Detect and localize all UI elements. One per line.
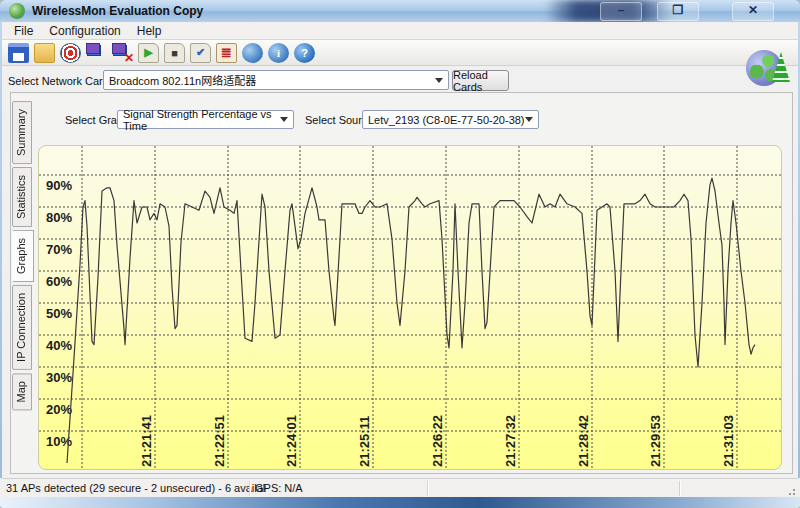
info-bubble-icon[interactable] — [268, 43, 289, 63]
window-title: WirelessMon Evaluation Copy — [32, 4, 203, 18]
close-button[interactable]: ✕ — [732, 2, 774, 21]
svg-text:21:24:01: 21:24:01 — [284, 415, 299, 467]
svg-text:80%: 80% — [46, 210, 72, 225]
network-card-select[interactable]: Broadcom 802.11n网络适配器 — [103, 70, 449, 90]
status-bar: 31 APs detected (29 secure - 2 unsecured… — [2, 478, 798, 498]
svg-text:21:28:42: 21:28:42 — [576, 415, 591, 467]
svg-text:21:22:51: 21:22:51 — [212, 415, 227, 467]
aps-status-text: 31 APs detected (29 secure - 2 unsecured… — [6, 482, 265, 494]
app-window: WirelessMon Evaluation Copy – ❐ ✕ FileCo… — [0, 0, 800, 508]
tab-ip-connection[interactable]: IP Connection — [12, 285, 32, 370]
wirelessmon-logo-icon — [746, 50, 782, 86]
svg-text:21:29:53: 21:29:53 — [648, 415, 663, 467]
maximize-button[interactable]: ❐ — [657, 2, 699, 21]
menu-item-configuration[interactable]: Configuration — [41, 23, 128, 39]
report-icon[interactable] — [216, 43, 237, 63]
title-bar[interactable]: WirelessMon Evaluation Copy – ❐ ✕ — [0, 0, 800, 22]
status-separator — [249, 481, 250, 496]
svg-text:21:21:41: 21:21:41 — [139, 415, 154, 467]
svg-text:21:25:11: 21:25:11 — [357, 416, 372, 467]
source-select[interactable]: Letv_2193 (C8-0E-77-50-20-38) — [362, 110, 539, 129]
reload-cards-button[interactable]: Reload Cards — [452, 70, 509, 91]
log-start-icon[interactable] — [138, 43, 159, 63]
tab-summary[interactable]: Summary — [12, 101, 32, 164]
tab-statistics[interactable]: Statistics — [12, 167, 32, 227]
svg-text:40%: 40% — [46, 338, 72, 353]
chevron-down-icon — [276, 112, 292, 127]
tab-map[interactable]: Map — [12, 373, 32, 410]
open-icon[interactable] — [34, 43, 55, 63]
gps-status-text: GPS: N/A — [255, 482, 303, 494]
graph-type-value: Signal Strength Percentage vs Time — [123, 108, 293, 132]
network-card-value: Broadcom 802.11n网络适配器 — [109, 72, 256, 88]
source-value: Letv_2193 (C8-0E-77-50-20-38) — [368, 114, 525, 126]
network-disconnect-icon[interactable]: ✕ — [112, 43, 133, 63]
network-connect-icon[interactable] — [86, 43, 107, 63]
app-icon — [9, 3, 25, 19]
svg-text:21:31:03: 21:31:03 — [721, 415, 736, 467]
tab-graphs[interactable]: Graphs — [12, 230, 34, 282]
chevron-down-icon — [431, 72, 447, 88]
web-icon[interactable] — [242, 43, 263, 63]
log-verify-icon[interactable] — [190, 43, 211, 63]
svg-text:70%: 70% — [46, 242, 72, 257]
svg-text:20%: 20% — [46, 402, 72, 417]
sidebar-tabs: SummaryStatisticsGraphsIP ConnectionMap — [12, 101, 34, 410]
select-network-card-label: Select Network Card — [8, 75, 109, 87]
signal-chart-svg: 90%80%70%60%50%40%30%20%10%21:21:4121:22… — [39, 146, 782, 470]
status-separator — [679, 481, 680, 496]
menu-item-file[interactable]: File — [6, 23, 41, 39]
help-icon[interactable] — [294, 43, 315, 63]
log-stop-icon[interactable] — [164, 43, 185, 63]
status-separator — [427, 481, 428, 496]
graph-type-select[interactable]: Signal Strength Percentage vs Time — [117, 110, 294, 129]
signal-strength-chart: 90%80%70%60%50%40%30%20%10%21:21:4121:22… — [38, 145, 782, 470]
svg-text:60%: 60% — [46, 274, 72, 289]
svg-text:90%: 90% — [46, 178, 72, 193]
toolbar: ✕ — [2, 40, 798, 66]
menu-bar: FileConfigurationHelp — [2, 22, 798, 40]
svg-text:30%: 30% — [46, 370, 72, 385]
svg-text:21:27:32: 21:27:32 — [503, 415, 518, 467]
minimize-button[interactable]: – — [600, 2, 642, 21]
menu-item-help[interactable]: Help — [129, 23, 170, 39]
window-border-left — [0, 22, 2, 478]
save-icon[interactable] — [8, 43, 29, 63]
resize-grip[interactable] — [785, 485, 797, 497]
svg-text:21:26:22: 21:26:22 — [430, 415, 445, 467]
target-icon[interactable] — [60, 43, 81, 63]
chevron-down-icon — [521, 112, 537, 127]
window-border-bottom — [0, 497, 800, 508]
svg-text:50%: 50% — [46, 306, 72, 321]
